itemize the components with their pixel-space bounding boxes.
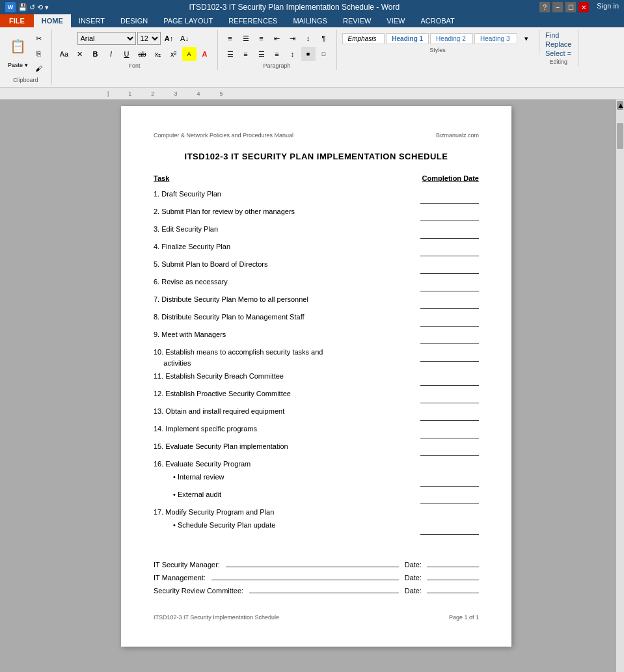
subscript-button[interactable]: x₂ bbox=[151, 47, 165, 61]
task-row-16: 16. Evaluate Security Program • Internal… bbox=[154, 459, 479, 504]
ruler: | 1 2 3 4 5 bbox=[0, 88, 624, 100]
line-spacing-button[interactable]: ↕ bbox=[286, 47, 300, 61]
change-case-button[interactable]: Aa bbox=[57, 47, 72, 61]
tab-mailings[interactable]: MAILINGS bbox=[285, 14, 335, 27]
align-center-button[interactable]: ≡ bbox=[239, 47, 253, 61]
increase-indent-button[interactable]: ⇥ bbox=[286, 31, 300, 46]
task-subitem: • Internal review bbox=[173, 472, 479, 487]
task-row: 9. Meet with Managers bbox=[154, 329, 479, 344]
text-highlight-button[interactable]: A bbox=[182, 47, 197, 61]
page-header: Computer & Network Policies and Procedur… bbox=[154, 132, 479, 139]
sign-in[interactable]: Sign in bbox=[597, 2, 619, 12]
task-row: 4. Finalize Security Plan bbox=[154, 241, 479, 256]
shading-button[interactable]: ■ bbox=[301, 47, 316, 61]
task-subitem: • External audit bbox=[173, 489, 479, 504]
font-family-select[interactable]: Arial bbox=[77, 32, 136, 45]
completion-column-header: Completion Date bbox=[422, 174, 479, 182]
style-heading2[interactable]: Heading 2 bbox=[430, 33, 473, 44]
document-title: ITSD102-3 IT SECURITY PLAN IMPLEMENTATIO… bbox=[154, 152, 479, 161]
decrease-indent-button[interactable]: ⇤ bbox=[270, 31, 284, 46]
tab-design[interactable]: DESIGN bbox=[113, 14, 156, 27]
bold-button[interactable]: B bbox=[88, 47, 103, 61]
bullets-button[interactable]: ≡ bbox=[223, 31, 237, 46]
styles-group: Emphasis Heading 1 Heading 2 Heading 3 ▾… bbox=[337, 30, 539, 55]
border-button[interactable]: □ bbox=[317, 47, 331, 61]
completion-line bbox=[420, 247, 479, 256]
scroll-thumb[interactable] bbox=[617, 123, 623, 149]
task-subitem: • Schedule Security Plan update bbox=[173, 520, 479, 535]
find-button[interactable]: Find bbox=[545, 31, 559, 39]
header-left: Computer & Network Policies and Procedur… bbox=[154, 132, 293, 139]
completion-line bbox=[420, 394, 479, 403]
tab-insert[interactable]: INSERT bbox=[71, 14, 113, 27]
completion-line bbox=[420, 299, 479, 309]
task-header: Task Completion Date bbox=[154, 174, 479, 182]
quick-access: 💾 ↺ ⟲ ▾ bbox=[18, 3, 49, 12]
strikethrough-button[interactable]: ab bbox=[135, 47, 150, 61]
task-row: 1. Draft Security Plan bbox=[154, 189, 479, 204]
cut-button[interactable]: ✂ bbox=[32, 31, 46, 46]
style-emphasis[interactable]: Emphasis bbox=[342, 33, 385, 44]
tab-acrobat[interactable]: ACROBAT bbox=[413, 14, 462, 27]
tab-home[interactable]: HOME bbox=[34, 14, 71, 27]
copy-button[interactable]: ⎘ bbox=[32, 46, 46, 60]
task-row: 2. Submit Plan for review by other manag… bbox=[154, 206, 479, 221]
completion-line bbox=[420, 229, 479, 239]
task-row-17: 17. Modify Security Program and Plan • S… bbox=[154, 507, 479, 535]
document-page[interactable]: Computer & Network Policies and Procedur… bbox=[121, 106, 511, 647]
tab-references[interactable]: REFERENCES bbox=[221, 14, 285, 27]
tab-view[interactable]: VIEW bbox=[379, 14, 413, 27]
show-hide-button[interactable]: ¶ bbox=[317, 31, 331, 46]
superscript-button[interactable]: x² bbox=[167, 47, 181, 61]
underline-button[interactable]: U bbox=[120, 47, 134, 61]
task-table: Task Completion Date 1. Draft Security P… bbox=[154, 174, 479, 535]
header-right: Bizmanualz.com bbox=[436, 132, 479, 139]
task-row: 10. Establish means to accomplish securi… bbox=[154, 347, 479, 368]
minimize-button[interactable]: − bbox=[552, 2, 563, 12]
task-desc: Draft Security Plan bbox=[161, 190, 221, 198]
clear-format-button[interactable]: ✕ bbox=[73, 47, 87, 61]
title-bar: W 💾 ↺ ⟲ ▾ ITSD102-3 IT Security Plan Imp… bbox=[0, 0, 624, 14]
task-row: 13. Obtain and install required equipmen… bbox=[154, 406, 479, 421]
align-left-button[interactable]: ☰ bbox=[223, 47, 237, 61]
completion-line bbox=[420, 411, 479, 421]
justify-button[interactable]: ≡ bbox=[270, 47, 284, 61]
font-size-select[interactable]: 12 bbox=[137, 32, 161, 45]
completion-line bbox=[420, 317, 479, 327]
style-heading3[interactable]: Heading 3 bbox=[474, 33, 517, 44]
tab-file[interactable]: FILE bbox=[0, 14, 34, 27]
task-row: 14. Implement specific programs bbox=[154, 423, 479, 438]
multilevel-list-button[interactable]: ≡ bbox=[254, 31, 269, 46]
completion-line bbox=[420, 525, 479, 535]
font-color-button[interactable]: A bbox=[198, 47, 212, 61]
document-area: Computer & Network Policies and Procedur… bbox=[0, 100, 624, 672]
paste-button[interactable]: 📋 bbox=[7, 34, 29, 58]
sort-button[interactable]: ↕ bbox=[301, 31, 316, 46]
vertical-scrollbar[interactable]: ▲ ▼ bbox=[616, 100, 624, 672]
help-button[interactable]: ? bbox=[539, 2, 550, 12]
format-painter-button[interactable]: 🖌 bbox=[32, 61, 46, 75]
style-heading1[interactable]: Heading 1 bbox=[386, 33, 429, 44]
close-button[interactable]: ✕ bbox=[578, 2, 589, 12]
tab-page-layout[interactable]: PAGE LAYOUT bbox=[156, 14, 221, 27]
grow-font-button[interactable]: A↑ bbox=[162, 31, 176, 46]
italic-button[interactable]: I bbox=[104, 47, 118, 61]
paste-dropdown[interactable]: Paste ▾ bbox=[5, 58, 31, 72]
numbering-button[interactable]: ☰ bbox=[239, 31, 253, 46]
page-container: Computer & Network Policies and Procedur… bbox=[16, 100, 616, 672]
signature-it-manager: IT Security Manager: Date: bbox=[154, 561, 479, 569]
styles-dropdown-button[interactable]: ▾ bbox=[519, 31, 534, 46]
restore-button[interactable]: ☐ bbox=[565, 2, 576, 12]
replace-button[interactable]: Replace bbox=[545, 40, 571, 48]
paragraph-group: ≡ ☰ ≡ ⇤ ⇥ ↕ ¶ ☰ ≡ ☰ ≡ ↕ ■ □ Paragraph bbox=[218, 30, 337, 70]
shrink-font-button[interactable]: A↓ bbox=[178, 31, 192, 46]
tab-review[interactable]: REVIEW bbox=[335, 14, 379, 27]
select-button[interactable]: Select = bbox=[545, 49, 571, 57]
task-row: 3. Edit Security Plan bbox=[154, 224, 479, 239]
align-right-button[interactable]: ☰ bbox=[254, 47, 269, 61]
completion-line bbox=[420, 282, 479, 291]
task-row: 6. Revise as necessary bbox=[154, 276, 479, 291]
task-row: 5. Submit Plan to Board of Directors bbox=[154, 259, 479, 274]
completion-line bbox=[420, 194, 479, 204]
paragraph-label: Paragraph bbox=[264, 62, 291, 69]
